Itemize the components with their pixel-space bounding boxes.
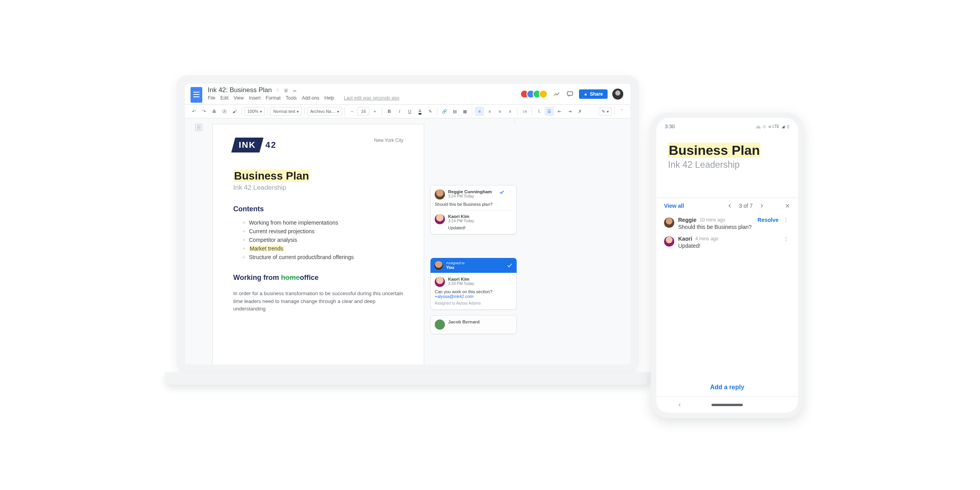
comment-row[interactable]: Reggie 10 mins ago Resolve ⋮ Should this… bbox=[664, 217, 790, 230]
status-time: 3:30 bbox=[665, 123, 675, 129]
editing-mode-button[interactable]: ✎▾ bbox=[599, 107, 612, 116]
menu-addons[interactable]: Add-ons bbox=[302, 95, 319, 101]
contents-heading[interactable]: Contents bbox=[233, 205, 403, 213]
comment-counter: 3 of 7 bbox=[739, 203, 753, 209]
bike-icon: 🚲 bbox=[756, 124, 760, 129]
home-pill[interactable] bbox=[711, 404, 743, 406]
resolve-check-icon[interactable] bbox=[499, 189, 505, 195]
view-all-link[interactable]: View all bbox=[664, 203, 684, 209]
mention-link[interactable]: +alyssa@ink42.com bbox=[435, 294, 512, 299]
share-button[interactable]: Share bbox=[579, 89, 608, 99]
paragraph-style-select[interactable]: Normal text▾ bbox=[270, 107, 302, 116]
menu-insert[interactable]: Insert bbox=[249, 95, 261, 101]
highlight-button[interactable]: ✎ bbox=[425, 107, 435, 116]
bold-button[interactable]: B bbox=[385, 107, 394, 116]
align-left-button[interactable]: ≡ bbox=[475, 107, 484, 116]
font-size-decrease[interactable]: − bbox=[347, 107, 357, 116]
italic-button[interactable]: I bbox=[395, 107, 404, 116]
comments-sidebar: Reggie Cunningham 3:24 PM Today ⋮ Should… bbox=[430, 118, 517, 365]
comment-row[interactable]: Kaori 4 mins ago ⋮ Updated! bbox=[664, 236, 790, 249]
list-item[interactable]: Structure of current product/brand offer… bbox=[241, 254, 403, 260]
doc-heading-1[interactable]: Business Plan bbox=[233, 170, 403, 182]
reply-text: Updated! bbox=[448, 225, 512, 230]
numbered-list-button[interactable]: ⒈ bbox=[534, 107, 544, 116]
list-item[interactable]: Competitor analysis bbox=[241, 237, 403, 243]
font-size-input[interactable]: 16 bbox=[358, 107, 369, 116]
comment-card[interactable]: Reggie Cunningham 3:24 PM Today ⋮ Should… bbox=[430, 185, 517, 234]
undo-button[interactable]: ↶ bbox=[189, 107, 198, 116]
link-button[interactable]: 🔗 bbox=[440, 107, 449, 116]
body-text[interactable]: In order for a business transformation t… bbox=[233, 290, 403, 313]
activity-icon[interactable] bbox=[552, 90, 561, 98]
align-center-button[interactable]: ≡ bbox=[485, 107, 494, 116]
text-color-button[interactable]: A bbox=[415, 107, 425, 116]
account-avatar[interactable] bbox=[612, 89, 623, 100]
move-icon[interactable]: ▣ bbox=[284, 87, 288, 93]
avatar bbox=[435, 189, 445, 200]
last-edit-link[interactable]: Last edit was seconds ago bbox=[344, 95, 399, 101]
zoom-select[interactable]: 100%▾ bbox=[244, 107, 265, 116]
document-outline-icon[interactable] bbox=[195, 124, 202, 131]
assignment-note: Assigned to Alyssa Adams bbox=[435, 301, 512, 305]
docs-app-window: Ink 42: Business Plan ☆ ▣ ☁ File Edit Vi… bbox=[185, 84, 630, 365]
assigned-comment-card[interactable]: Assigned to You Kaori Kim bbox=[430, 258, 517, 310]
document-title[interactable]: Ink 42: Business Plan bbox=[208, 86, 272, 94]
android-nav-bar bbox=[656, 396, 798, 413]
font-select[interactable]: Archivo Na…▾ bbox=[307, 107, 342, 116]
reply-menu-icon[interactable]: ⋮ bbox=[512, 118, 517, 123]
clear-format-button[interactable]: ✗ bbox=[575, 107, 584, 116]
section-heading[interactable]: Working from homeoffice bbox=[233, 274, 403, 282]
insert-image-button[interactable]: ▦ bbox=[460, 107, 470, 116]
google-docs-icon[interactable] bbox=[191, 87, 202, 103]
print-button[interactable]: 🖶 bbox=[209, 107, 219, 116]
comment-text: Should this be Business plan? bbox=[678, 224, 790, 230]
next-comment-button[interactable] bbox=[759, 203, 764, 209]
prev-comment-button[interactable] bbox=[727, 203, 733, 209]
doc-subtitle[interactable]: Ink 42 Leadership bbox=[233, 184, 403, 192]
list-item[interactable]: Working from home implementations bbox=[241, 220, 403, 226]
comment-card[interactable]: Jacob Bernard bbox=[430, 315, 517, 334]
outdent-button[interactable]: ⇤ bbox=[555, 107, 564, 116]
underline-button[interactable]: U bbox=[405, 107, 414, 116]
align-justify-button[interactable]: ≡ bbox=[505, 107, 515, 116]
bulleted-list-button[interactable]: ☰ bbox=[544, 107, 554, 116]
compass-icon: ◇ bbox=[763, 124, 766, 129]
menu-edit[interactable]: Edit bbox=[220, 95, 229, 101]
spellcheck-button[interactable]: Ⓐ bbox=[220, 107, 229, 116]
menu-file[interactable]: File bbox=[208, 95, 215, 101]
document-page[interactable]: INK 42 New York City Business Plan Ink 4… bbox=[212, 124, 424, 365]
avatar bbox=[664, 218, 674, 228]
comment-menu-icon[interactable]: ⋮ bbox=[508, 189, 512, 194]
comment-menu-icon[interactable]: ⋮ bbox=[782, 236, 790, 242]
comment-menu-icon[interactable]: ⋮ bbox=[508, 277, 512, 282]
mark-done-icon[interactable] bbox=[506, 262, 513, 269]
close-comments-button[interactable] bbox=[785, 203, 790, 209]
paint-format-button[interactable]: 🖌 bbox=[230, 107, 239, 116]
comment-menu-icon[interactable]: ⋮ bbox=[782, 217, 790, 223]
menu-help[interactable]: Help bbox=[325, 95, 334, 101]
align-right-button[interactable]: ≡ bbox=[495, 107, 505, 116]
font-size-increase[interactable]: + bbox=[370, 107, 379, 116]
avatar[interactable] bbox=[539, 90, 548, 98]
star-icon[interactable]: ☆ bbox=[276, 87, 280, 93]
list-item[interactable]: Current revised projections bbox=[241, 228, 403, 234]
back-button[interactable] bbox=[677, 403, 682, 407]
comment-author: Reggie bbox=[678, 217, 697, 223]
redo-button[interactable]: ↷ bbox=[199, 107, 209, 116]
comment-author: Kaori bbox=[678, 236, 692, 242]
phone-document-preview[interactable]: Business Plan Ink 42 Leadership bbox=[656, 132, 798, 184]
line-spacing-button[interactable]: ↕≡ bbox=[520, 107, 529, 116]
indent-button[interactable]: ⇥ bbox=[565, 107, 574, 116]
menu-view[interactable]: View bbox=[234, 95, 244, 101]
menu-tools[interactable]: Tools bbox=[286, 95, 297, 101]
comments-icon[interactable] bbox=[566, 90, 574, 98]
add-comment-button[interactable]: ▤ bbox=[450, 107, 459, 116]
menu-format[interactable]: Format bbox=[266, 95, 281, 101]
collaborator-avatars[interactable] bbox=[523, 90, 548, 98]
list-item[interactable]: Market trends bbox=[241, 245, 403, 252]
collapse-toolbar-button[interactable]: ˆ bbox=[617, 107, 626, 116]
phone-mockup: 3:30 🚲 ◇ ⊖ LTE ◢ ▯ Business Plan Ink 42 … bbox=[651, 113, 804, 418]
add-reply-button[interactable]: Add a reply bbox=[656, 374, 798, 396]
avatar bbox=[435, 277, 445, 287]
resolve-button[interactable]: Resolve bbox=[757, 217, 779, 223]
